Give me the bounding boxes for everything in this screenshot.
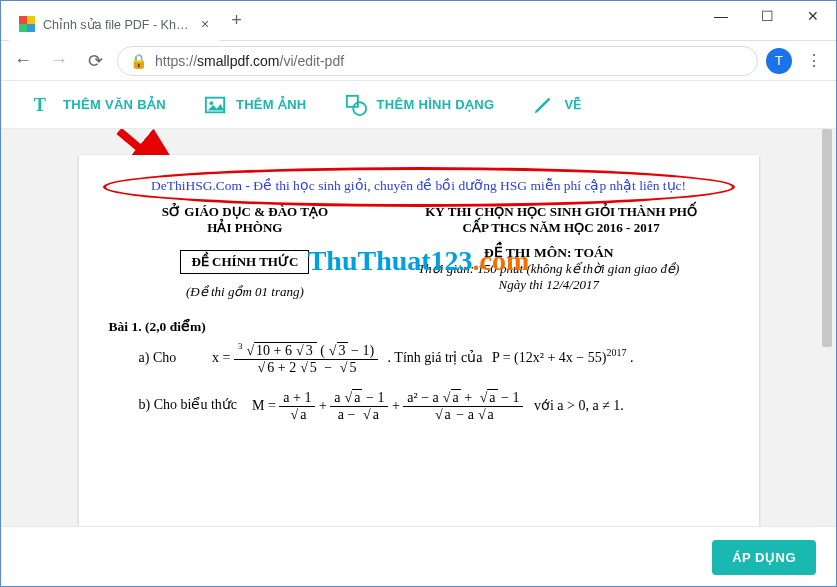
- address-bar: ← → ⟳ 🔒 https://smallpdf.com/vi/edit-pdf…: [1, 41, 836, 81]
- tool-label: THÊM ẢNH: [236, 97, 307, 112]
- svg-rect-1: [27, 16, 35, 24]
- duration: Thời gian: 150 phút (không kể thời gian …: [381, 261, 716, 277]
- apply-button[interactable]: ÁP DỤNG: [712, 540, 816, 575]
- svg-point-6: [209, 101, 213, 105]
- back-button[interactable]: ←: [9, 47, 37, 75]
- pdf-page[interactable]: DeThiHSG.Com - Đề thi học sinh giỏi, chu…: [79, 155, 759, 526]
- question-1a: a) Cho x = 310 + 63 (3 − 1) 6 + 25 − 5 .…: [139, 341, 729, 376]
- vertical-scrollbar[interactable]: [820, 129, 834, 526]
- official-box: ĐỀ CHÍNH THỨC: [180, 250, 309, 274]
- svg-text:T: T: [34, 95, 47, 115]
- editor-toolbar: T THÊM VĂN BẢN THÊM ẢNH THÊM HÌNH DẠNG V…: [1, 81, 836, 129]
- page-count: (Đề thi gồm 01 trang): [109, 284, 382, 300]
- pen-icon: [532, 94, 554, 116]
- document-viewport[interactable]: DeThiHSG.Com - Đề thi học sinh giỏi, chu…: [1, 129, 836, 526]
- favicon-icon: [19, 16, 35, 32]
- exam-title-2: CẤP THCS NĂM HỌC 2016 - 2017: [394, 220, 729, 236]
- lock-icon: 🔒: [130, 53, 147, 69]
- minimize-button[interactable]: —: [698, 1, 744, 31]
- svg-rect-3: [27, 24, 35, 32]
- maximize-button[interactable]: ☐: [744, 1, 790, 31]
- doc-heading-row: SỞ GIÁO DỤC & ĐÀO TẠO HẢI PHÒNG KỲ THI C…: [109, 204, 729, 236]
- svg-rect-2: [19, 24, 27, 32]
- url-scheme: https://: [155, 53, 197, 69]
- doc-subheading-row: ĐỀ CHÍNH THỨC (Đề thi gồm 01 trang) ĐỀ T…: [109, 244, 729, 300]
- forward-button[interactable]: →: [45, 47, 73, 75]
- tab-title: Chỉnh sửa file PDF - Không ảnh h: [43, 17, 193, 32]
- tab-close-icon[interactable]: ×: [201, 16, 209, 32]
- org-line-1: SỞ GIÁO DỤC & ĐÀO TẠO: [109, 204, 382, 220]
- editor-footer: ÁP DỤNG: [1, 526, 836, 587]
- doc-header-link: DeThiHSG.Com - Đề thi học sinh giỏi, chu…: [109, 177, 729, 194]
- svg-rect-7: [346, 95, 357, 106]
- close-button[interactable]: ✕: [790, 1, 836, 31]
- add-image-tool[interactable]: THÊM ẢNH: [204, 94, 307, 116]
- menu-button[interactable]: ⋮: [800, 51, 828, 70]
- profile-avatar[interactable]: T: [766, 48, 792, 74]
- text-icon: T: [31, 94, 53, 116]
- scrollbar-thumb[interactable]: [822, 129, 832, 347]
- exam-title-1: KỲ THI CHỌN HỌC SINH GIỎI THÀNH PHỐ: [394, 204, 729, 220]
- tool-label: VẼ: [564, 97, 581, 112]
- url-path: /vi/edit-pdf: [280, 53, 345, 69]
- tool-label: THÊM VĂN BẢN: [63, 97, 166, 112]
- url-host: smallpdf.com: [197, 53, 279, 69]
- question-1-title: Bài 1. (2,0 điểm): [109, 318, 729, 335]
- add-shape-tool[interactable]: THÊM HÌNH DẠNG: [345, 94, 495, 116]
- subject: ĐỀ THI MÔN: TOÁN: [381, 244, 716, 261]
- svg-rect-0: [19, 16, 27, 24]
- add-text-tool[interactable]: T THÊM VĂN BẢN: [31, 94, 166, 116]
- window-titlebar: Chỉnh sửa file PDF - Không ảnh h × + — ☐…: [1, 1, 836, 41]
- exam-date: Ngày thi 12/4/2017: [381, 277, 716, 293]
- new-tab-button[interactable]: +: [231, 10, 242, 31]
- reload-button[interactable]: ⟳: [81, 47, 109, 75]
- svg-point-8: [353, 102, 366, 115]
- part-a-label: a) Cho: [139, 350, 209, 366]
- tool-label: THÊM HÌNH DẠNG: [377, 97, 495, 112]
- window-controls: — ☐ ✕: [698, 1, 836, 31]
- image-icon: [204, 94, 226, 116]
- question-1b: b) Cho biểu thức M = a + 1a + aa − 1a − …: [139, 390, 729, 423]
- part-b-tail: với a > 0, a ≠ 1.: [534, 397, 624, 412]
- url-input[interactable]: 🔒 https://smallpdf.com/vi/edit-pdf: [117, 46, 758, 76]
- browser-tab[interactable]: Chỉnh sửa file PDF - Không ảnh h ×: [9, 7, 219, 41]
- part-a-mid: . Tính giá trị của: [388, 350, 483, 365]
- draw-tool[interactable]: VẼ: [532, 94, 581, 116]
- part-b-label: b) Cho biểu thức: [139, 396, 249, 413]
- shape-icon: [345, 94, 367, 116]
- org-line-2: HẢI PHÒNG: [109, 220, 382, 236]
